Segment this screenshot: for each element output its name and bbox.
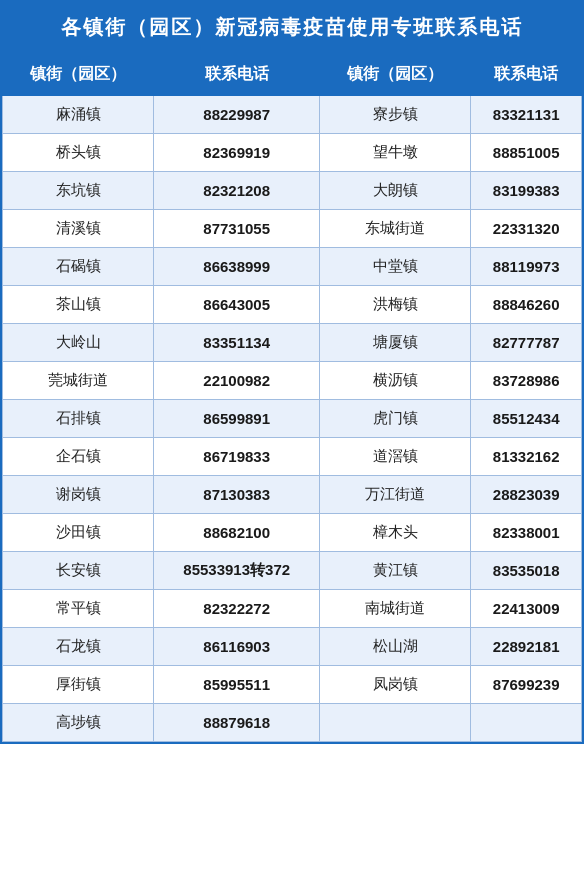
left-district-name: 石龙镇 — [3, 628, 154, 666]
table-row: 常平镇82322272南城街道22413009 — [3, 590, 582, 628]
left-district-name: 桥头镇 — [3, 134, 154, 172]
table-row: 厚街镇85995511凤岗镇87699239 — [3, 666, 582, 704]
right-district-phone: 82777787 — [471, 324, 582, 362]
right-district-phone: 28823039 — [471, 476, 582, 514]
left-district-phone: 86719833 — [154, 438, 320, 476]
left-district-name: 石碣镇 — [3, 248, 154, 286]
right-district-phone: 83728986 — [471, 362, 582, 400]
table-row: 清溪镇87731055东城街道22331320 — [3, 210, 582, 248]
right-district-phone: 83199383 — [471, 172, 582, 210]
right-district-name — [320, 704, 471, 742]
left-district-name: 莞城街道 — [3, 362, 154, 400]
table-body: 麻涌镇88229987寮步镇83321131桥头镇82369919望牛墩8885… — [3, 96, 582, 742]
left-district-phone: 88229987 — [154, 96, 320, 134]
left-district-phone: 82369919 — [154, 134, 320, 172]
table-row: 沙田镇88682100樟木头82338001 — [3, 514, 582, 552]
left-district-name: 清溪镇 — [3, 210, 154, 248]
right-district-phone: 87699239 — [471, 666, 582, 704]
right-district-name: 洪梅镇 — [320, 286, 471, 324]
left-district-name: 企石镇 — [3, 438, 154, 476]
right-district-phone: 82338001 — [471, 514, 582, 552]
left-district-name: 石排镇 — [3, 400, 154, 438]
left-district-phone: 87130383 — [154, 476, 320, 514]
table-row: 茶山镇86643005洪梅镇88846260 — [3, 286, 582, 324]
col-header-left-name: 镇街（园区） — [3, 54, 154, 96]
left-district-name: 长安镇 — [3, 552, 154, 590]
right-district-name: 中堂镇 — [320, 248, 471, 286]
right-district-phone — [471, 704, 582, 742]
right-district-name: 横沥镇 — [320, 362, 471, 400]
left-district-name: 沙田镇 — [3, 514, 154, 552]
table-row: 莞城街道22100982横沥镇83728986 — [3, 362, 582, 400]
left-district-phone: 86116903 — [154, 628, 320, 666]
right-district-phone: 22413009 — [471, 590, 582, 628]
right-district-phone: 88846260 — [471, 286, 582, 324]
right-district-name: 大朗镇 — [320, 172, 471, 210]
left-district-name: 茶山镇 — [3, 286, 154, 324]
table-row: 石碣镇86638999中堂镇88119973 — [3, 248, 582, 286]
right-district-name: 望牛墩 — [320, 134, 471, 172]
left-district-phone: 85533913转372 — [154, 552, 320, 590]
right-district-phone: 83321131 — [471, 96, 582, 134]
table-row: 高埗镇88879618 — [3, 704, 582, 742]
table-row: 谢岗镇87130383万江街道28823039 — [3, 476, 582, 514]
right-district-phone: 85512434 — [471, 400, 582, 438]
left-district-phone: 87731055 — [154, 210, 320, 248]
left-district-name: 大岭山 — [3, 324, 154, 362]
left-district-phone: 86643005 — [154, 286, 320, 324]
table-row: 长安镇85533913转372黄江镇83535018 — [3, 552, 582, 590]
right-district-phone: 83535018 — [471, 552, 582, 590]
table-row: 大岭山83351134塘厦镇82777787 — [3, 324, 582, 362]
left-district-phone: 88682100 — [154, 514, 320, 552]
page-title: 各镇街（园区）新冠病毒疫苗使用专班联系电话 — [2, 2, 582, 53]
left-district-name: 东坑镇 — [3, 172, 154, 210]
table-row: 桥头镇82369919望牛墩88851005 — [3, 134, 582, 172]
right-district-name: 万江街道 — [320, 476, 471, 514]
right-district-name: 南城街道 — [320, 590, 471, 628]
left-district-name: 麻涌镇 — [3, 96, 154, 134]
main-container: 各镇街（园区）新冠病毒疫苗使用专班联系电话 镇街（园区） 联系电话 镇街（园区）… — [0, 0, 584, 744]
right-district-phone: 88851005 — [471, 134, 582, 172]
left-district-name: 厚街镇 — [3, 666, 154, 704]
col-header-right-phone: 联系电话 — [471, 54, 582, 96]
left-district-name: 常平镇 — [3, 590, 154, 628]
right-district-name: 樟木头 — [320, 514, 471, 552]
contact-table: 镇街（园区） 联系电话 镇街（园区） 联系电话 麻涌镇88229987寮步镇83… — [2, 53, 582, 742]
right-district-phone: 88119973 — [471, 248, 582, 286]
right-district-phone: 22892181 — [471, 628, 582, 666]
left-district-phone: 22100982 — [154, 362, 320, 400]
col-header-right-name: 镇街（园区） — [320, 54, 471, 96]
table-row: 企石镇86719833道滘镇81332162 — [3, 438, 582, 476]
table-row: 麻涌镇88229987寮步镇83321131 — [3, 96, 582, 134]
left-district-phone: 86599891 — [154, 400, 320, 438]
left-district-phone: 83351134 — [154, 324, 320, 362]
left-district-phone: 85995511 — [154, 666, 320, 704]
left-district-phone: 82322272 — [154, 590, 320, 628]
left-district-phone: 86638999 — [154, 248, 320, 286]
right-district-phone: 22331320 — [471, 210, 582, 248]
left-district-name: 谢岗镇 — [3, 476, 154, 514]
table-row: 东坑镇82321208大朗镇83199383 — [3, 172, 582, 210]
right-district-name: 道滘镇 — [320, 438, 471, 476]
left-district-phone: 82321208 — [154, 172, 320, 210]
left-district-name: 高埗镇 — [3, 704, 154, 742]
table-row: 石龙镇86116903松山湖22892181 — [3, 628, 582, 666]
right-district-name: 塘厦镇 — [320, 324, 471, 362]
table-row: 石排镇86599891虎门镇85512434 — [3, 400, 582, 438]
left-district-phone: 88879618 — [154, 704, 320, 742]
right-district-name: 东城街道 — [320, 210, 471, 248]
right-district-name: 寮步镇 — [320, 96, 471, 134]
right-district-name: 虎门镇 — [320, 400, 471, 438]
right-district-name: 松山湖 — [320, 628, 471, 666]
right-district-phone: 81332162 — [471, 438, 582, 476]
table-header-row: 镇街（园区） 联系电话 镇街（园区） 联系电话 — [3, 54, 582, 96]
right-district-name: 黄江镇 — [320, 552, 471, 590]
right-district-name: 凤岗镇 — [320, 666, 471, 704]
col-header-left-phone: 联系电话 — [154, 54, 320, 96]
